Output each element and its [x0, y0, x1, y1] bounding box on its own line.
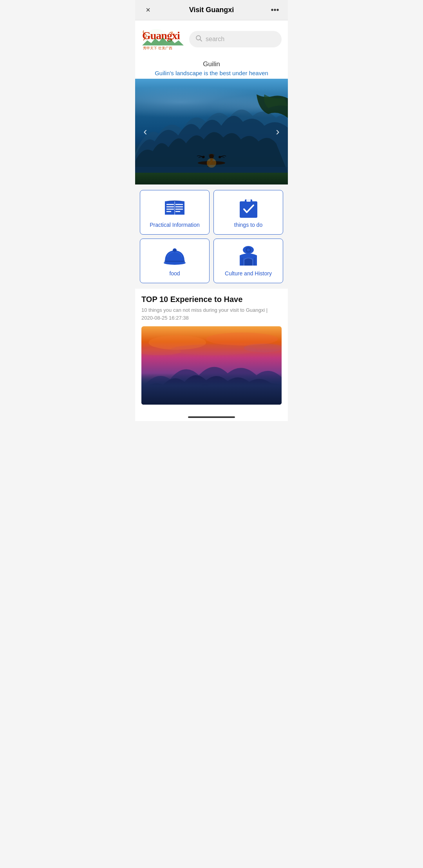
svg-point-37	[206, 333, 278, 345]
search-placeholder-text: search	[206, 36, 224, 43]
temple-icon	[237, 247, 260, 266]
city-subtitle: Guilin's landscape is the best under hea…	[141, 70, 282, 76]
food-dome-icon	[163, 247, 186, 266]
bottom-bar	[135, 409, 288, 421]
article-section: TOP 10 Experience to Have 10 things you …	[135, 289, 288, 409]
svg-line-4	[200, 40, 202, 42]
logo-search-row: Guangxi 秀甲天下 壮美广西 search	[135, 20, 288, 56]
svg-rect-32	[254, 258, 255, 266]
svg-point-29	[247, 248, 250, 251]
slider-next-button[interactable]: ›	[271, 125, 285, 139]
article-thumbnail[interactable]	[141, 326, 282, 405]
clipboard-check-icon	[237, 198, 260, 218]
svg-point-40	[244, 344, 282, 352]
search-icon	[195, 35, 202, 43]
svg-rect-33	[141, 400, 282, 405]
category-practical-information-label: Practical Information	[150, 222, 200, 228]
svg-rect-31	[241, 258, 243, 266]
category-culture-history[interactable]: Culture and History	[213, 239, 283, 283]
city-section: Guilin Guilin's landscape is the best un…	[135, 56, 288, 79]
article-meta: 10 things you can not miss during your v…	[141, 306, 282, 322]
more-button[interactable]: •••	[269, 5, 281, 14]
svg-text:秀甲天下 壮美广西: 秀甲天下 壮美广西	[143, 46, 172, 50]
category-food[interactable]: food	[140, 239, 210, 283]
app-header: × Visit Guangxi •••	[135, 0, 288, 20]
svg-point-9	[207, 158, 216, 168]
home-indicator	[188, 416, 235, 418]
search-bar[interactable]: search	[189, 31, 282, 47]
close-button[interactable]: ×	[142, 5, 154, 14]
category-practical-information[interactable]: Practical Information	[140, 190, 210, 235]
category-things-to-do[interactable]: things to do	[213, 190, 283, 235]
hero-slider: ‹ ›	[135, 79, 288, 184]
svg-point-25	[173, 249, 177, 252]
category-culture-history-label: Culture and History	[225, 270, 272, 277]
logo: Guangxi 秀甲天下 壮美广西	[141, 27, 184, 52]
slider-prev-button[interactable]: ‹	[138, 125, 152, 139]
category-food-label: food	[169, 270, 180, 277]
svg-rect-22	[246, 199, 251, 202]
svg-point-38	[170, 344, 256, 355]
category-grid: Practical Information things to do	[135, 184, 288, 289]
book-lines-icon	[163, 198, 186, 218]
category-things-to-do-label: things to do	[234, 222, 262, 228]
hero-image	[135, 79, 288, 184]
page-title: Visit Guangxi	[189, 6, 234, 14]
city-name: Guilin	[141, 60, 282, 68]
article-title: TOP 10 Experience to Have	[141, 295, 282, 304]
